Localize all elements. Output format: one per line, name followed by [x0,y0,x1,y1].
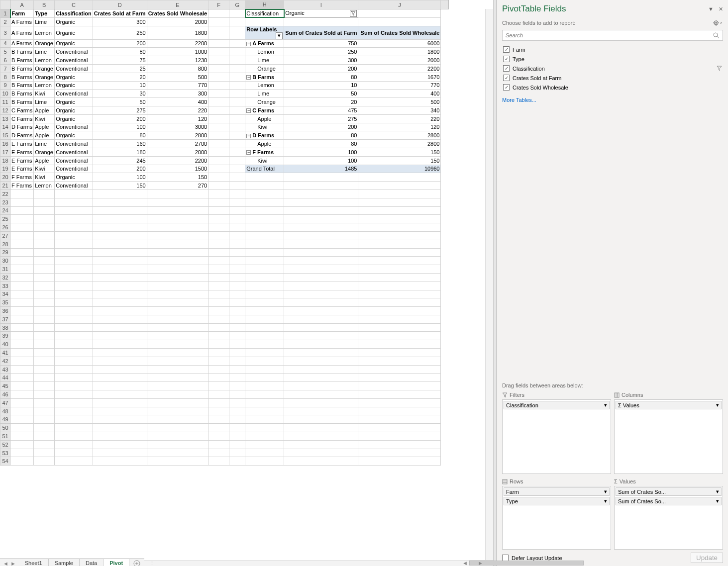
cell[interactable] [229,357,245,365]
cell[interactable] [229,48,245,56]
cell[interactable]: B Farms [10,64,34,73]
cell[interactable]: Lemon [34,182,55,190]
cell[interactable] [208,148,229,156]
cell[interactable] [229,173,245,182]
cell[interactable]: 2000 [147,17,208,26]
cell[interactable] [34,206,55,215]
row-header[interactable]: 26 [0,223,10,232]
cell[interactable] [10,457,34,466]
cell[interactable] [284,449,358,457]
collapse-button[interactable]: − [246,150,251,155]
cell[interactable]: E Farms [10,165,34,173]
horizontal-scrollbar[interactable]: ◄ ► [462,561,483,566]
cell[interactable] [229,206,245,215]
cell[interactable] [10,273,34,282]
cell[interactable] [284,215,358,223]
row-header[interactable]: 7 [0,64,10,73]
cell[interactable]: 200 [284,64,358,73]
spreadsheet-grid[interactable]: ABCDEFGHIJ1FarmTypeClassificationCrates … [0,0,449,466]
cell[interactable] [358,424,441,432]
cell[interactable] [358,323,441,332]
cell[interactable] [34,407,55,415]
cell[interactable] [34,424,55,432]
cell[interactable] [245,215,284,223]
cell[interactable] [208,215,229,223]
cell[interactable] [34,265,55,274]
cell[interactable] [229,398,245,407]
cell[interactable]: −A Farms [245,39,284,48]
row-header[interactable]: 21 [0,182,10,190]
cell[interactable]: Organic [55,131,93,140]
cell[interactable] [10,365,34,374]
cell[interactable] [245,440,284,449]
cell[interactable] [284,382,358,390]
cell[interactable]: 300 [147,90,208,98]
values-drop-zone[interactable]: Sum of Crates So...▾Sum of Crates So...▾ [614,486,723,550]
row-header[interactable]: 53 [0,449,10,457]
chevron-down-icon[interactable]: ▾ [604,498,607,504]
row-header[interactable]: 20 [0,173,10,182]
search-icon[interactable] [713,32,720,39]
cell[interactable]: 2800 [358,140,441,148]
cell[interactable] [10,307,34,315]
cell[interactable] [10,231,34,240]
row-header[interactable]: 50 [0,424,10,432]
cell[interactable] [284,206,358,215]
cell[interactable]: 400 [147,98,208,106]
cell[interactable]: Lime [34,48,55,56]
cell[interactable]: Lemon [245,48,284,56]
cell[interactable] [358,189,441,198]
cell[interactable]: Organic [55,81,93,90]
cell[interactable]: Orange [245,98,284,106]
row-header[interactable]: 24 [0,206,10,215]
row-header[interactable]: 34 [0,290,10,298]
cell[interactable] [284,307,358,315]
cell[interactable] [147,198,208,206]
cell[interactable] [245,307,284,315]
cell[interactable]: Lemon [34,26,55,39]
cell[interactable] [229,9,245,18]
cell[interactable] [284,415,358,424]
cell[interactable] [208,131,229,140]
cell[interactable]: 1485 [284,165,358,173]
cell[interactable] [147,332,208,340]
cell[interactable] [208,265,229,274]
cell[interactable] [208,98,229,106]
cell[interactable] [34,415,55,424]
cell[interactable]: Kiwi [34,90,55,98]
cell[interactable]: Organic [55,17,93,26]
cell[interactable] [208,156,229,165]
cell[interactable] [208,307,229,315]
cell[interactable] [10,206,34,215]
cell[interactable] [34,248,55,257]
field-item[interactable]: ✓Farm [502,45,723,54]
cell[interactable] [10,349,34,357]
row-header[interactable]: 35 [0,298,10,307]
cell[interactable] [229,17,245,26]
cell[interactable] [208,173,229,182]
cell[interactable] [229,248,245,257]
cell[interactable] [147,231,208,240]
cell[interactable] [55,223,93,232]
cell[interactable] [34,390,55,399]
cell[interactable]: D Farms [10,131,34,140]
cell[interactable]: 200 [93,114,147,123]
vertical-scrollbar[interactable] [485,9,493,560]
cell[interactable]: 800 [147,64,208,73]
cell[interactable] [229,131,245,140]
cell[interactable]: 80 [284,73,358,81]
cell[interactable] [93,189,147,198]
cell[interactable] [10,257,34,265]
cell[interactable] [358,457,441,466]
row-labels-dropdown[interactable]: ▾ [276,32,283,39]
row-header[interactable]: 37 [0,315,10,323]
cell[interactable]: Lime [34,17,55,26]
cell[interactable]: Crates Sold Wholesale [147,9,208,18]
cell[interactable] [34,323,55,332]
cell[interactable] [229,123,245,131]
cell[interactable] [229,26,245,39]
cell[interactable]: Conventional [55,182,93,190]
cell[interactable] [245,340,284,349]
cell[interactable]: Kiwi [245,123,284,131]
cell[interactable] [93,398,147,407]
